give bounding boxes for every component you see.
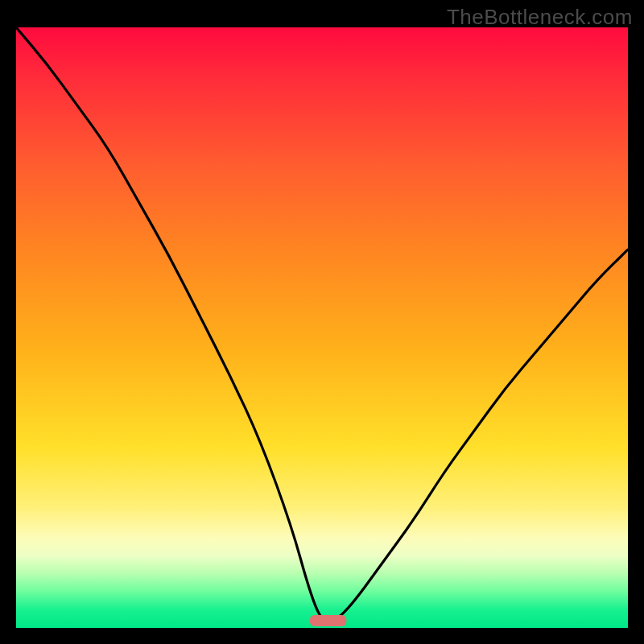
plot-area — [16, 27, 628, 628]
sweet-spot-marker — [310, 615, 347, 626]
chart-frame: TheBottleneck.com — [0, 0, 644, 644]
curve-layer — [16, 27, 628, 628]
bottleneck-curve — [16, 27, 628, 622]
watermark-text: TheBottleneck.com — [447, 5, 633, 30]
